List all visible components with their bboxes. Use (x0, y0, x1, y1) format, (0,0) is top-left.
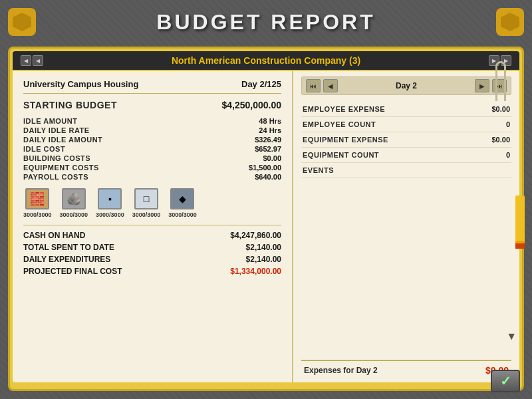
equipment-expense-label: EQUIPMENT EXPENSE (303, 136, 388, 144)
check-icon: ✓ (500, 373, 511, 389)
resource-icon-5: ◆ (170, 188, 194, 209)
resource-1: 🧱 3000/3000 (23, 188, 52, 218)
company-header: ◀ ◀ North American Construction Company … (13, 51, 519, 70)
resource-icons: 🧱 3000/3000 🪨 3000/3000 ▪ 3000/3000 □ 30… (23, 188, 281, 218)
equipment-expense-value: $0.00 (491, 136, 510, 144)
building-costs-row: BUILDING COSTS $0.00 (23, 154, 281, 163)
nav-prev-btn[interactable]: ◀ (323, 79, 338, 92)
hex-inner-left (13, 13, 31, 31)
idle-cost-value: $652.97 (255, 145, 281, 153)
equipment-costs-value: $1,500.00 (249, 164, 281, 172)
resource-icon-2: 🪨 (62, 188, 86, 209)
budget-details: IDLE AMOUNT 48 Hrs DAILY IDLE RATE 24 Hr… (23, 116, 281, 182)
equipment-costs-row: EQUIPMENT COSTS $1,500.00 (23, 163, 281, 172)
equipment-costs-label: EQUIPMENT COSTS (23, 164, 99, 172)
resource-icon-3: ▪ (98, 188, 122, 209)
total-spent-value: $2,140.00 (246, 243, 281, 252)
daily-idle-amount-row: DAILY IDLE AMOUNT $326.49 (23, 135, 281, 144)
resource-count-5: 3000/3000 (168, 211, 197, 218)
total-spent-label: TOTAL SPENT TO DATE (23, 243, 114, 252)
paperclip-decoration (495, 61, 506, 101)
top-right-hex (496, 8, 524, 36)
payroll-costs-label: PAYROLL COSTS (23, 173, 88, 181)
navigation-bar: ⏮ ◀ Day 2 ▶ ⏭ (301, 76, 511, 95)
header-nav-left2[interactable]: ◀ (33, 55, 43, 66)
pencil-decoration (515, 196, 525, 249)
equipment-count-value: 0 (506, 151, 510, 159)
daily-idle-rate-row: DAILY IDLE RATE 24 Hrs (23, 126, 281, 135)
employee-count-value: 0 (506, 120, 510, 128)
company-name: North American Construction Company (3) (49, 55, 483, 66)
resource-count-1: 3000/3000 (23, 211, 52, 218)
starting-budget-value: $4,250,000.00 (221, 100, 281, 110)
resource-icon-1: 🧱 (25, 188, 49, 209)
resource-4: □ 3000/3000 (132, 188, 161, 218)
resource-2: 🪨 3000/3000 (60, 188, 88, 218)
employee-expense-label: EMPLOYEE EXPENSE (303, 105, 385, 113)
resource-count-4: 3000/3000 (132, 211, 161, 218)
expenses-footer: Expenses for Day 2 $0.00 (301, 360, 511, 377)
resource-5: ◆ 3000/3000 (168, 188, 197, 218)
employee-count-row: EMPLOYEE COUNT 0 (301, 117, 511, 132)
header-left-arrows: ◀ ◀ (21, 55, 43, 66)
daily-expenditures-value: $2,140.00 (246, 255, 281, 264)
daily-idle-amount-label: DAILY IDLE AMOUNT (23, 136, 102, 144)
events-row: EVENTS (301, 163, 511, 178)
equipment-expense-row: EQUIPMENT EXPENSE $0.00 (301, 132, 511, 148)
employee-expense-row: EMPLOYEE EXPENSE $0.00 (301, 102, 511, 117)
projected-final-cost-row: PROJECTED FINAL COST $1,334,000.00 (23, 265, 281, 277)
right-panel: ⏮ ◀ Day 2 ▶ ⏭ EMPLOYEE EXPENSE $0.00 EMP… (293, 71, 519, 382)
cash-on-hand-value: $4,247,860.00 (230, 231, 281, 240)
daily-idle-rate-label: DAILY IDLE RATE (23, 126, 90, 134)
building-costs-label: BUILDING COSTS (23, 154, 90, 162)
building-costs-value: $0.00 (263, 154, 281, 162)
equipment-count-row: EQUIPMENT COUNT 0 (301, 148, 511, 163)
resource-3: ▪ 3000/3000 (96, 188, 124, 218)
sub-header: University Campus Housing Day 2/125 (23, 79, 281, 94)
divider (23, 225, 281, 225)
header-nav-left1[interactable]: ◀ (21, 55, 31, 66)
cash-on-hand-label: CASH ON HAND (23, 231, 85, 240)
scroll-indicator: ▼ (506, 331, 517, 342)
cash-on-hand-row: CASH ON HAND $4,247,860.00 (23, 229, 281, 241)
top-left-hex (8, 8, 36, 36)
total-spent-row: TOTAL SPENT TO DATE $2,140.00 (23, 241, 281, 253)
nav-day-label: Day 2 (340, 81, 472, 90)
idle-amount-value: 48 Hrs (259, 117, 281, 125)
events-label: EVENTS (303, 166, 334, 174)
nav-next-btn[interactable]: ▶ (475, 79, 489, 92)
starting-budget-label: STARTING BUDGET (23, 100, 117, 110)
expense-section: EMPLOYEE EXPENSE $0.00 EMPLOYEE COUNT 0 … (301, 102, 511, 357)
employee-expense-value: $0.00 (491, 105, 510, 113)
day-label: Day 2/125 (241, 79, 281, 89)
idle-amount-row: IDLE AMOUNT 48 Hrs (23, 116, 281, 126)
expenses-footer-label: Expenses for Day 2 (304, 366, 378, 375)
starting-budget-row: STARTING BUDGET $4,250,000.00 (23, 99, 281, 111)
page-title: BUDGET REPORT (0, 10, 532, 35)
resource-icon-4: □ (134, 188, 158, 209)
daily-idle-amount-value: $326.49 (255, 136, 281, 144)
resource-count-2: 3000/3000 (60, 211, 88, 218)
projected-final-cost-label: PROJECTED FINAL COST (23, 267, 122, 276)
idle-cost-row: IDLE COST $652.97 (23, 144, 281, 154)
equipment-count-label: EQUIPMENT COUNT (303, 151, 379, 159)
left-panel: University Campus Housing Day 2/125 STAR… (13, 71, 293, 382)
payroll-costs-value: $640.00 (255, 173, 281, 181)
summary-section: CASH ON HAND $4,247,860.00 TOTAL SPENT T… (23, 229, 281, 277)
daily-expenditures-row: DAILY EXPENDITURES $2,140.00 (23, 253, 281, 265)
idle-cost-label: IDLE COST (23, 145, 65, 153)
payroll-costs-row: PAYROLL COSTS $640.00 (23, 172, 281, 182)
content-area: University Campus Housing Day 2/125 STAR… (13, 71, 519, 382)
idle-amount-label: IDLE AMOUNT (23, 117, 77, 125)
hex-inner-right (501, 13, 519, 31)
employee-count-label: EMPLOYEE COUNT (303, 120, 376, 128)
nav-first-btn[interactable]: ⏮ (306, 79, 321, 92)
confirm-button[interactable]: ✓ (491, 370, 520, 392)
project-name: University Campus Housing (23, 79, 138, 89)
daily-expenditures-label: DAILY EXPENDITURES (23, 255, 110, 264)
main-container: ◀ ◀ North American Construction Company … (8, 47, 524, 391)
projected-final-cost-value: $1,334,000.00 (230, 267, 281, 276)
daily-idle-rate-value: 24 Hrs (259, 126, 281, 134)
resource-count-3: 3000/3000 (96, 211, 124, 218)
